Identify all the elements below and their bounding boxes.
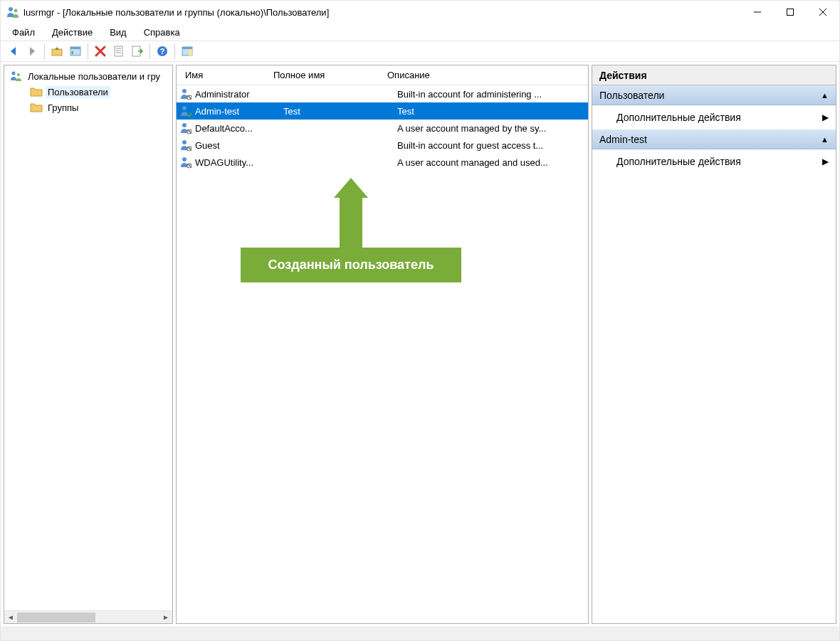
tree-panel: Локальные пользователи и гру Пользовател… — [4, 65, 173, 624]
user-name-cell: Administrator — [195, 89, 283, 100]
toolbar-separator — [88, 43, 88, 59]
svg-point-1 — [14, 9, 18, 13]
properties-button[interactable] — [67, 43, 84, 60]
svg-point-28 — [182, 157, 187, 161]
nav-forward-button[interactable] — [23, 43, 41, 60]
actions-more-users[interactable]: Дополнительные действия ▶ — [592, 105, 836, 129]
chevron-right-icon: ▶ — [822, 157, 829, 166]
actions-more-selected-label: Дополнительные действия — [616, 156, 741, 167]
statusbar — [1, 627, 839, 640]
user-icon — [179, 139, 192, 152]
user-row[interactable]: AdministratorBuilt-in account for admini… — [177, 85, 588, 102]
svg-point-0 — [9, 7, 13, 11]
actions-panel-title: Действия — [592, 65, 836, 85]
tree-body: Локальные пользователи и гру Пользовател… — [4, 65, 172, 610]
lusrmgr-app-icon — [6, 6, 19, 18]
svg-rect-3 — [787, 9, 794, 16]
user-row[interactable]: WDAGUtility...A user account managed and… — [177, 154, 588, 171]
user-fullname-cell: Test — [283, 106, 397, 117]
column-header-fullname[interactable]: Полное имя — [268, 67, 382, 83]
list-rows: AdministratorBuilt-in account for admini… — [177, 85, 588, 623]
svg-point-19 — [12, 72, 16, 75]
menubar: Файл Действие Вид Справка — [1, 23, 839, 41]
actions-more-users-label: Дополнительные действия — [616, 112, 741, 123]
show-actions-pane-button[interactable] — [179, 43, 196, 60]
user-description-cell: Test — [397, 106, 588, 117]
user-description-cell: Built-in account for guest access t... — [397, 140, 588, 151]
list-panel: Имя Полное имя Описание AdministratorBui… — [176, 65, 589, 624]
actions-more-selected[interactable]: Дополнительные действия ▶ — [592, 149, 836, 174]
svg-rect-6 — [52, 49, 62, 55]
app-window: lusrmgr - [Локальные пользователи и груп… — [0, 0, 840, 641]
tree-users-label: Пользователи — [46, 86, 110, 98]
tree-groups-label: Группы — [46, 102, 80, 114]
toolbar-separator — [174, 43, 175, 59]
actions-section-selected-label: Admin-test — [599, 134, 647, 145]
maximize-button[interactable] — [774, 1, 807, 23]
svg-rect-18 — [189, 49, 192, 55]
svg-text:?: ? — [160, 47, 165, 55]
user-name-cell: WDAGUtility... — [195, 157, 283, 168]
svg-point-20 — [17, 73, 20, 76]
tree-users-item[interactable]: Пользователи — [4, 84, 172, 100]
menu-action[interactable]: Действие — [45, 26, 100, 39]
collapse-icon: ▲ — [821, 135, 829, 144]
column-header-description[interactable]: Описание — [382, 67, 588, 83]
user-icon — [179, 105, 192, 117]
user-name-cell: DefaultAcco... — [195, 123, 283, 134]
minimize-button[interactable] — [741, 1, 774, 23]
user-name-cell: Admin-test — [195, 106, 283, 117]
chevron-right-icon: ▶ — [822, 112, 829, 122]
svg-rect-8 — [70, 47, 80, 49]
titlebar: lusrmgr - [Локальные пользователи и груп… — [1, 1, 839, 23]
tree-groups-item[interactable]: Группы — [4, 100, 172, 115]
user-row[interactable]: GuestBuilt-in account for guest access t… — [177, 137, 588, 154]
svg-point-26 — [182, 140, 187, 144]
user-row[interactable]: DefaultAcco...A user account managed by … — [177, 120, 588, 137]
menu-help[interactable]: Справка — [137, 26, 187, 39]
actions-panel: Действия Пользователи ▲ Дополнительные д… — [592, 65, 836, 624]
tree-h-scrollbar[interactable]: ◄ ► — [4, 610, 172, 623]
tree-root-item[interactable]: Локальные пользователи и гру — [4, 68, 172, 84]
user-description-cell: A user account managed and used... — [397, 157, 588, 168]
svg-rect-9 — [115, 46, 122, 56]
column-header-name[interactable]: Имя — [179, 67, 268, 83]
scroll-left-button[interactable]: ◄ — [4, 611, 17, 624]
scroll-right-button[interactable]: ► — [159, 611, 172, 624]
content-area: Локальные пользователи и гру Пользовател… — [1, 62, 839, 627]
svg-point-23 — [182, 106, 187, 110]
users-groups-icon — [10, 70, 23, 82]
actions-section-users-label: Пользователи — [599, 90, 664, 101]
user-icon — [179, 156, 192, 169]
svg-point-24 — [182, 123, 187, 127]
close-button[interactable] — [807, 1, 839, 23]
user-row[interactable]: Admin-testTestTest — [177, 102, 588, 120]
toolbar-separator — [44, 43, 45, 59]
scroll-thumb[interactable] — [17, 613, 95, 623]
window-title: lusrmgr - [Локальные пользователи и груп… — [23, 7, 741, 18]
user-icon — [179, 88, 192, 100]
help-button[interactable]: ? — [154, 43, 171, 60]
menu-view[interactable]: Вид — [103, 26, 134, 39]
collapse-icon: ▲ — [821, 91, 829, 100]
toolbar: ? — [1, 41, 839, 62]
up-folder-button[interactable] — [48, 43, 65, 60]
user-description-cell: Built-in account for administering ... — [397, 89, 588, 100]
actions-section-users[interactable]: Пользователи ▲ — [592, 85, 836, 105]
user-name-cell: Guest — [195, 140, 283, 151]
window-controls — [741, 1, 839, 23]
delete-button[interactable] — [92, 43, 109, 60]
nav-back-button[interactable] — [5, 43, 22, 60]
scroll-track[interactable] — [17, 611, 159, 624]
tree-root-label: Локальные пользователи и гру — [26, 70, 162, 83]
menu-file[interactable]: Файл — [5, 26, 42, 39]
user-description-cell: A user account managed by the sy... — [397, 123, 588, 134]
actions-section-selected[interactable]: Admin-test ▲ — [592, 129, 836, 149]
refresh-button[interactable] — [110, 43, 127, 60]
list-header: Имя Полное имя Описание — [177, 65, 588, 85]
folder-icon — [30, 102, 43, 113]
svg-rect-17 — [182, 47, 192, 49]
export-list-button[interactable] — [129, 43, 146, 60]
svg-point-21 — [182, 89, 187, 93]
toolbar-separator — [149, 43, 150, 59]
